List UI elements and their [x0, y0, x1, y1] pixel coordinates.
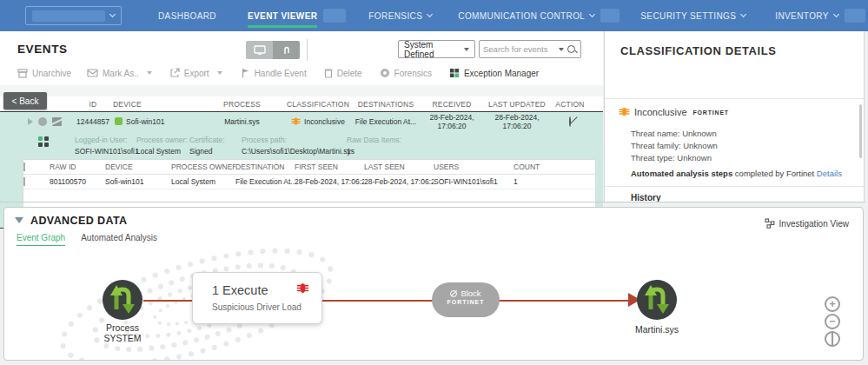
collapse-details-icon[interactable]: [38, 136, 49, 147]
col-raw-process-owner[interactable]: PROCESS OWNER: [171, 163, 235, 171]
delete-button[interactable]: Delete: [324, 68, 362, 78]
search-input[interactable]: [483, 44, 551, 54]
automated-analysis-line: Automated analysis steps completed by Fo…: [631, 169, 842, 178]
block-badge[interactable]: Block FORTINET: [432, 282, 500, 317]
graph-edge: [143, 300, 194, 302]
fit-to-screen-button[interactable]: [825, 331, 840, 347]
event-last-updated: 28-Feb-2024, 17:06:20: [484, 113, 550, 130]
detail-process-owner: Process owner: Local System: [136, 135, 188, 157]
export-icon: [169, 68, 180, 78]
action-detail-label: Suspicious Driver Load: [212, 302, 301, 312]
source-node-label: Process SYSTEM: [88, 322, 157, 343]
row-expander-icon[interactable]: [28, 118, 33, 125]
chevron-down-icon: [109, 11, 116, 17]
event-classification: Inconclusive: [304, 117, 345, 126]
divider: [605, 186, 864, 187]
search-icon[interactable]: [567, 44, 577, 55]
col-classification[interactable]: CLASSIFICATION: [284, 100, 352, 109]
panel-scrollbar[interactable]: [859, 104, 862, 158]
fortinet-wordmark: FORTINET: [693, 110, 729, 116]
process-view-button[interactable]: [273, 41, 300, 59]
row-checkbox[interactable]: [23, 177, 25, 186]
select-all-checkbox[interactable]: [23, 163, 25, 171]
fit-icon: [832, 331, 833, 346]
event-table-row[interactable]: 12444857 Sofi-win101 Martini.sys Inconcl…: [0, 111, 603, 130]
exception-manager-button[interactable]: Exception Manager: [449, 68, 539, 78]
details-link[interactable]: Details: [817, 169, 842, 178]
exception-manager-icon: [449, 68, 460, 78]
col-destinations[interactable]: DESTINATIONS: [352, 100, 420, 109]
threat-type: Threat type: Unknown: [631, 153, 712, 163]
inventory-badge: [845, 9, 865, 23]
tab-automated-analysis[interactable]: Automated Analysis: [81, 233, 157, 246]
handle-event-button[interactable]: Handle Event: [242, 68, 307, 78]
classification-details-panel: CLASSIFICATION DETAILS Inconclusive FORT…: [604, 31, 865, 202]
detail-raw-data-items: Raw Data Items: 1: [347, 135, 401, 157]
unarchive-button[interactable]: Unarchive: [17, 69, 71, 78]
zoom-out-button[interactable]: −: [825, 314, 840, 329]
raw-data-row[interactable]: 801100570 Sofi-win101 Local System File …: [23, 175, 595, 189]
investigation-graph-icon: [765, 218, 775, 229]
process-icon: [282, 45, 292, 56]
execute-action-box[interactable]: 1 Execute Suspicious Driver Load: [192, 272, 322, 324]
col-process[interactable]: PROCESS: [200, 100, 284, 109]
chevron-down-icon: [740, 11, 746, 17]
col-action[interactable]: ACTION: [550, 100, 590, 109]
nav-item-communication-control[interactable]: COMMUNICATION CONTROL: [458, 11, 594, 21]
event-filter-select[interactable]: System Defined: [398, 40, 475, 58]
chevron-down-icon: [833, 11, 839, 17]
forensics-disc-icon[interactable]: [38, 117, 47, 126]
col-id[interactable]: ID: [73, 100, 113, 109]
detail-logged-in-user: Logged-in User: SOFI-WIN101\sofi1: [75, 135, 139, 157]
nav-item-inventory[interactable]: INVENTORY: [775, 11, 838, 21]
toolbar-divider-band: [0, 85, 603, 96]
forensics-button[interactable]: Forensics: [380, 68, 432, 78]
col-received[interactable]: RECEIVED: [420, 100, 484, 109]
org-selector-dropdown[interactable]: [25, 6, 122, 25]
zoom-in-button[interactable]: +: [825, 296, 840, 312]
mark-as-dropdown-caret[interactable]: [147, 71, 152, 75]
forensics-disc-icon: [380, 68, 390, 78]
org-selector-value-redacted: [32, 10, 105, 22]
col-raw-last-seen[interactable]: LAST SEEN: [364, 163, 434, 171]
caret-down-icon: [464, 48, 469, 51]
nav-item-forensics[interactable]: FORENSICS: [368, 11, 432, 21]
collapse-triangle-icon[interactable]: [15, 217, 23, 223]
nav-item-event-viewer[interactable]: EVENT VIEWER: [248, 11, 317, 21]
snapshot-icon[interactable]: [52, 117, 62, 126]
col-device[interactable]: DEVICE: [113, 100, 200, 109]
col-raw-id[interactable]: RAW ID: [50, 163, 105, 171]
raw-first-seen: 28-Feb-2024, 17:06:20: [295, 177, 364, 186]
export-button[interactable]: Export: [169, 68, 209, 78]
target-file-node[interactable]: [636, 279, 678, 321]
caret-down-icon[interactable]: [559, 48, 564, 51]
fortinet-wordmark: FORTINET: [432, 299, 500, 305]
raw-destination: File Execution At...: [235, 177, 295, 186]
col-raw-count[interactable]: COUNT: [514, 163, 548, 171]
nav-item-security-settings[interactable]: SECURITY SETTINGS: [640, 11, 745, 21]
tab-event-graph[interactable]: Event Graph: [17, 233, 65, 246]
block-icon: [450, 290, 457, 297]
col-raw-destination[interactable]: DESTINATION: [235, 163, 295, 171]
back-button[interactable]: < Back: [3, 92, 47, 110]
event-search: [479, 40, 581, 58]
events-panel: EVENTS System Defined Unarchive M: [0, 31, 603, 202]
export-dropdown-caret[interactable]: [217, 71, 222, 75]
col-raw-device[interactable]: DEVICE: [105, 163, 171, 171]
raw-data-table: RAW ID DEVICE PROCESS OWNER DESTINATION …: [23, 159, 596, 213]
advanced-data-tabs: Event Graph Automated Analysis: [17, 233, 157, 246]
source-process-node[interactable]: [102, 279, 143, 321]
device-view-button[interactable]: [246, 41, 273, 59]
detail-process-path: Process path: C:\Users\sofi1\Desktop\Mar…: [242, 135, 354, 157]
events-table-header: ID DEVICE PROCESS CLASSIFICATION DESTINA…: [0, 96, 603, 111]
verdict-label: Inconclusive: [634, 107, 687, 117]
panel-bottom-border: [0, 202, 865, 202]
chevron-down-icon: [589, 11, 595, 17]
chevron-down-icon: [427, 11, 433, 17]
mark-as-button[interactable]: Mark As..: [87, 69, 139, 78]
col-raw-users[interactable]: USERS: [434, 163, 514, 171]
col-raw-first-seen[interactable]: FIRST SEEN: [295, 163, 364, 171]
col-last-updated[interactable]: LAST UPDATED: [484, 100, 550, 109]
nav-item-dashboard[interactable]: DASHBOARD: [158, 11, 216, 21]
investigation-view-button[interactable]: Investigation View: [765, 218, 849, 229]
